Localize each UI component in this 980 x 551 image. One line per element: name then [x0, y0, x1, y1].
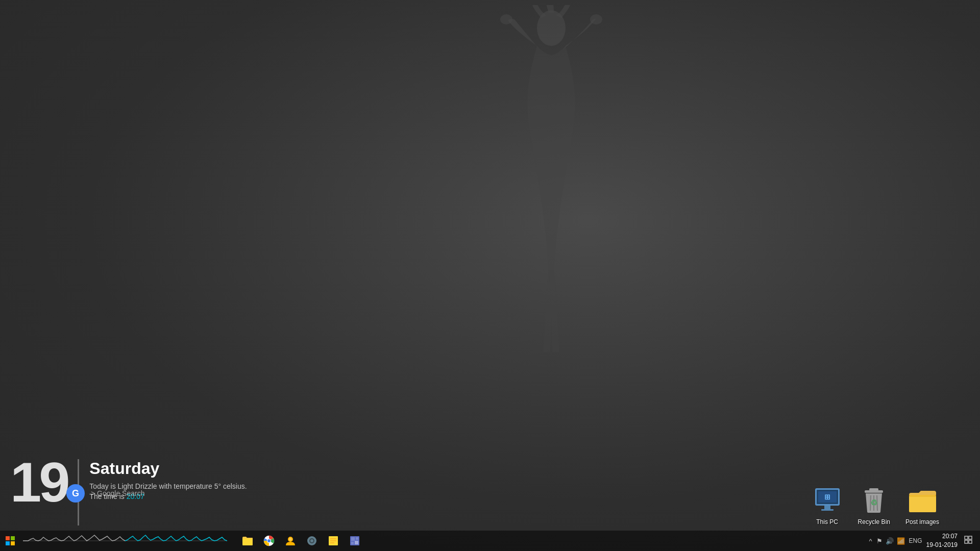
svg-rect-10	[869, 488, 878, 491]
svg-point-26	[289, 538, 292, 541]
taskbar-apps	[235, 531, 368, 551]
taskbar: ^ ⚑ 🔊 📶 ENG 20:07 19-01-2019	[0, 531, 980, 551]
action-center-button[interactable]	[962, 536, 975, 546]
svg-rect-18	[6, 541, 10, 545]
taskbar-app-file-explorer[interactable]	[237, 531, 258, 551]
system-tray: ^ ⚑ 🔊 📶 ENG 20:07 19-01-2019	[864, 532, 980, 549]
post-images-label: Post images	[905, 518, 939, 525]
figure-silhouette	[449, 0, 653, 357]
svg-rect-35	[351, 537, 355, 541]
this-pc-label: This PC	[816, 518, 838, 525]
tray-network-icon[interactable]: 📶	[897, 537, 905, 545]
google-search-text[interactable]: > Google Search	[91, 489, 144, 497]
svg-rect-5	[824, 506, 830, 509]
svg-rect-41	[965, 540, 968, 543]
svg-rect-39	[965, 536, 968, 539]
svg-rect-19	[11, 541, 15, 545]
desktop-icon-this-pc[interactable]: ⊞ This PC	[812, 485, 843, 525]
desktop-icons: ⊞ This PC ♻ Recycle Bin	[812, 485, 939, 525]
desktop-icon-post-images[interactable]: Post images	[905, 485, 939, 525]
svg-point-24	[267, 539, 271, 542]
svg-text:♻: ♻	[870, 498, 877, 507]
svg-rect-40	[969, 536, 972, 539]
svg-rect-36	[356, 537, 358, 540]
day-number: 19	[10, 454, 67, 510]
svg-rect-17	[11, 536, 15, 540]
svg-text:⊞: ⊞	[824, 493, 830, 501]
tray-time: 20:07	[942, 532, 958, 541]
desktop-icon-recycle-bin[interactable]: ♻ Recycle Bin	[858, 485, 890, 525]
google-button[interactable]: G	[66, 484, 85, 503]
tray-volume-icon[interactable]: 🔊	[886, 537, 894, 545]
language-indicator[interactable]: ENG	[909, 537, 922, 544]
waveform-display	[20, 531, 235, 551]
recycle-bin-label: Recycle Bin	[858, 518, 890, 525]
start-button[interactable]	[0, 531, 20, 551]
taskbar-app-app6[interactable]	[345, 531, 365, 551]
google-search-bar[interactable]: G > Google Search	[66, 484, 144, 503]
recycle-bin-icon: ♻	[859, 485, 889, 516]
post-images-icon	[907, 485, 938, 516]
tray-datetime[interactable]: 20:07 19-01-2019	[926, 532, 958, 549]
taskbar-app-app3[interactable]	[280, 531, 301, 551]
svg-point-2	[590, 14, 602, 24]
taskbar-app-chrome[interactable]	[259, 531, 279, 551]
svg-point-29	[310, 539, 313, 542]
svg-rect-6	[821, 509, 834, 511]
svg-rect-16	[6, 536, 10, 540]
svg-rect-38	[355, 541, 358, 544]
svg-rect-15	[909, 495, 936, 512]
tray-hidden-icons[interactable]: ^	[869, 537, 872, 545]
tray-date: 19-01-2019	[926, 541, 958, 549]
tray-icons-group: ⚑ 🔊 📶	[876, 537, 905, 545]
day-name: Saturday	[89, 459, 247, 478]
svg-point-1	[500, 14, 512, 24]
svg-rect-37	[351, 542, 354, 544]
taskbar-app-app4[interactable]	[302, 531, 322, 551]
taskbar-app-sticky-notes[interactable]	[323, 531, 344, 551]
svg-rect-42	[969, 540, 972, 543]
this-pc-icon: ⊞	[812, 485, 843, 516]
tray-flag-icon[interactable]: ⚑	[876, 537, 883, 545]
